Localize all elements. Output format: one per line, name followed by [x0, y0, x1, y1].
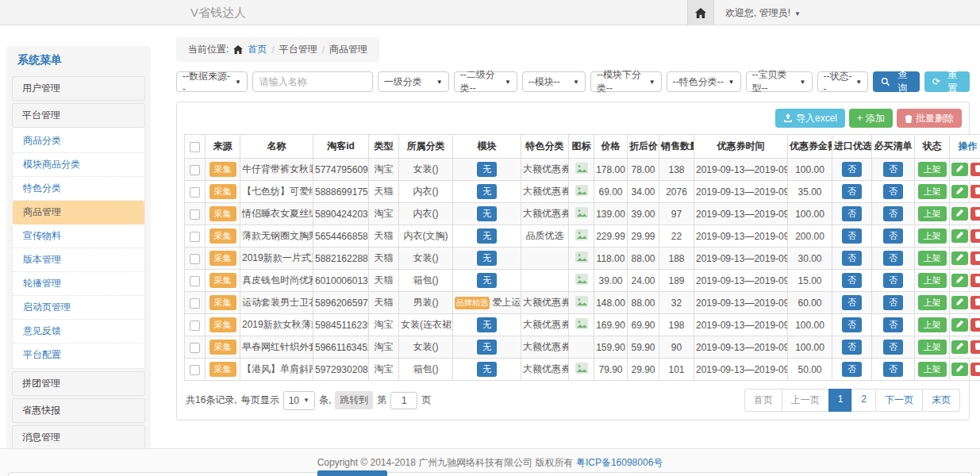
- sidebar-item-platform-mgmt[interactable]: 平台管理: [12, 103, 145, 128]
- edit-button[interactable]: [951, 207, 968, 221]
- add-button[interactable]: + 添加: [849, 109, 893, 128]
- delete-button[interactable]: [970, 185, 980, 198]
- sidebar-item-goods-mgmt[interactable]: 商品管理: [13, 201, 144, 225]
- filter-select-item-type[interactable]: --宝贝类型--▼: [746, 71, 813, 92]
- delete-button[interactable]: [970, 229, 980, 243]
- row-checkbox[interactable]: [190, 165, 200, 175]
- must-buy-toggle[interactable]: 否: [883, 206, 903, 221]
- sidebar-item-version-mgmt[interactable]: 版本管理: [13, 248, 144, 272]
- edit-button[interactable]: [951, 185, 968, 198]
- sidebar-item-module-goods-category[interactable]: 模块商品分类: [13, 153, 144, 177]
- prev-page-button[interactable]: 上一页: [782, 389, 829, 412]
- icp-link[interactable]: 粤ICP备16098006号: [576, 456, 663, 470]
- must-buy-toggle[interactable]: 否: [883, 273, 903, 288]
- filter-select-module-subcategory[interactable]: --模块下分类--▼: [590, 71, 662, 92]
- row-checkbox[interactable]: [190, 298, 200, 309]
- user-menu[interactable]: 欢迎您, 管理员!▼: [725, 6, 801, 20]
- import-select-toggle[interactable]: 否: [842, 362, 862, 377]
- edit-button[interactable]: [951, 318, 968, 332]
- row-checkbox[interactable]: [190, 187, 200, 198]
- sidebar-item-user-mgmt[interactable]: 用户管理: [12, 76, 145, 101]
- edit-button[interactable]: [951, 251, 968, 265]
- filter-select-feature-category[interactable]: --特色分类--▼: [667, 71, 741, 92]
- batch-delete-button[interactable]: 批量删除: [897, 109, 962, 128]
- filter-select-status[interactable]: --状态--▼: [817, 71, 869, 92]
- page-2-button[interactable]: 2: [851, 389, 876, 412]
- import-select-toggle[interactable]: 否: [842, 340, 862, 355]
- sidebar-item-promo-materials[interactable]: 宣传物料: [13, 225, 144, 248]
- delete-button[interactable]: [970, 296, 980, 309]
- edit-button[interactable]: [951, 163, 968, 176]
- filter-select-data-source[interactable]: --数据来源--▼: [176, 71, 248, 92]
- sidebar-item-platform-config[interactable]: 平台配置: [13, 344, 144, 367]
- must-buy-toggle[interactable]: 否: [883, 162, 903, 177]
- must-buy-toggle[interactable]: 否: [883, 362, 903, 377]
- row-checkbox[interactable]: [190, 365, 200, 375]
- home-button[interactable]: [687, 0, 714, 25]
- filter-select-level1-category[interactable]: 一级分类▼: [378, 71, 449, 92]
- status-button[interactable]: 上架: [918, 251, 947, 266]
- row-checkbox[interactable]: [190, 343, 200, 353]
- status-button[interactable]: 上架: [918, 362, 947, 377]
- status-button[interactable]: 上架: [918, 340, 947, 355]
- delete-button[interactable]: [970, 274, 980, 287]
- row-checkbox[interactable]: [190, 209, 200, 220]
- filter-select-level2-category[interactable]: --二级分类--▼: [454, 71, 517, 92]
- delete-button[interactable]: [970, 318, 980, 332]
- row-checkbox[interactable]: [190, 276, 200, 286]
- delete-button[interactable]: [970, 363, 980, 376]
- status-button[interactable]: 上架: [918, 295, 947, 310]
- row-checkbox[interactable]: [190, 321, 200, 331]
- must-buy-toggle[interactable]: 否: [883, 340, 903, 355]
- import-select-toggle[interactable]: 否: [842, 317, 862, 332]
- page-number-input[interactable]: [390, 392, 417, 409]
- reset-button[interactable]: ⟳ 重置: [924, 71, 970, 92]
- sidebar-item-feedback[interactable]: 意见反馈: [13, 320, 144, 344]
- sidebar-item-feature-category[interactable]: 特色分类: [13, 177, 144, 201]
- status-button[interactable]: 上架: [918, 317, 947, 332]
- first-page-button[interactable]: 首页: [744, 389, 782, 412]
- sidebar-item-message-mgmt[interactable]: 消息管理: [12, 425, 145, 448]
- filter-select-module[interactable]: --模块--▼: [522, 71, 586, 92]
- must-buy-toggle[interactable]: 否: [883, 295, 903, 310]
- must-buy-toggle[interactable]: 否: [883, 184, 903, 199]
- breadcrumb-home-link[interactable]: 首页: [248, 43, 267, 56]
- import-select-toggle[interactable]: 否: [842, 206, 862, 221]
- page-1-button[interactable]: 1: [828, 389, 853, 412]
- import-select-toggle[interactable]: 否: [842, 162, 862, 177]
- import-select-toggle[interactable]: 否: [842, 228, 862, 244]
- status-button[interactable]: 上架: [918, 273, 947, 288]
- row-checkbox[interactable]: [190, 232, 200, 242]
- row-checkbox[interactable]: [190, 254, 200, 264]
- sidebar-item-saving-news[interactable]: 省惠快报: [12, 398, 145, 423]
- delete-button[interactable]: [970, 163, 980, 176]
- import-select-toggle[interactable]: 否: [842, 295, 862, 310]
- sidebar-item-carousel-mgmt[interactable]: 轮播管理: [13, 272, 144, 296]
- edit-button[interactable]: [951, 340, 968, 354]
- must-buy-toggle[interactable]: 否: [883, 317, 903, 332]
- edit-button[interactable]: [951, 229, 968, 243]
- edit-button[interactable]: [951, 363, 968, 376]
- next-page-button[interactable]: 下一页: [875, 389, 923, 412]
- import-select-toggle[interactable]: 否: [842, 184, 862, 199]
- import-excel-button[interactable]: 导入excel: [775, 109, 845, 128]
- edit-button[interactable]: [951, 274, 968, 287]
- must-buy-toggle[interactable]: 否: [883, 251, 903, 266]
- sidebar-item-groupbuy-mgmt[interactable]: 拼团管理: [12, 371, 145, 396]
- import-select-toggle[interactable]: 否: [842, 251, 862, 266]
- delete-button[interactable]: [970, 340, 980, 354]
- import-select-toggle[interactable]: 否: [842, 273, 862, 288]
- status-button[interactable]: 上架: [918, 162, 947, 177]
- last-page-button[interactable]: 末页: [922, 389, 960, 412]
- status-button[interactable]: 上架: [918, 228, 947, 244]
- status-button[interactable]: 上架: [918, 206, 947, 221]
- sidebar-item-goods-category[interactable]: 商品分类: [13, 129, 144, 153]
- name-input[interactable]: [252, 71, 373, 92]
- must-buy-toggle[interactable]: 否: [883, 228, 903, 244]
- search-button[interactable]: 查询: [873, 71, 920, 92]
- delete-button[interactable]: [970, 251, 980, 265]
- jump-button[interactable]: 跳转到: [335, 391, 373, 409]
- delete-button[interactable]: [970, 207, 980, 221]
- edit-button[interactable]: [951, 296, 968, 309]
- select-all-checkbox[interactable]: [190, 142, 200, 152]
